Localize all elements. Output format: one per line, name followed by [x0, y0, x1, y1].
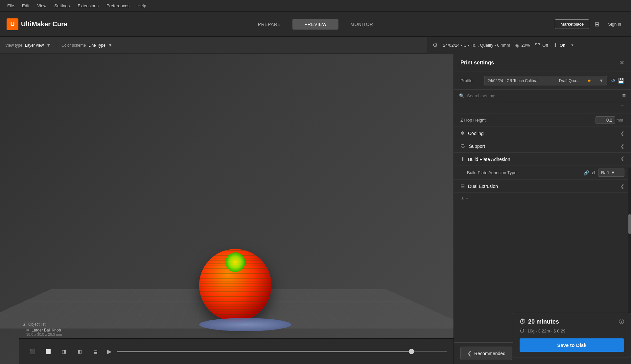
profile-row: Profile 24/02/24 - CR Touch Calibrat... …	[454, 72, 631, 90]
view-right-chevron[interactable]: ▼	[571, 43, 574, 47]
infill-stat: ◈ 20%	[515, 42, 530, 48]
color-scheme-dropdown[interactable]: ▼	[108, 43, 112, 48]
object-list-section: ▲ Object list ✏ Larger Ball Knob 30.0 x …	[22, 322, 62, 336]
profile-label: Profile	[460, 78, 480, 83]
view-type-value: Layer view	[25, 43, 44, 48]
menu-view[interactable]: View	[34, 2, 50, 10]
viewport[interactable]: ▲ Object list ✏ Larger Ball Knob 30.0 x …	[0, 54, 454, 364]
layer-slider[interactable]	[117, 351, 447, 352]
menu-settings[interactable]: Settings	[51, 2, 73, 10]
dual-extrusion-chevron-icon: ❮	[620, 184, 624, 189]
cooling-icon: ❄	[460, 130, 465, 136]
tab-monitor[interactable]: MONITOR	[339, 19, 385, 30]
close-button[interactable]: ✕	[619, 59, 624, 66]
layer-slider-thumb[interactable]	[409, 349, 414, 354]
settings-menu-icon[interactable]: ≡	[622, 92, 626, 99]
signin-button[interactable]: Sign in	[605, 20, 624, 29]
estimate-material: ⏱ 10g · 3.22m · $ 0.29	[520, 328, 624, 334]
settings-icon: ⚙	[432, 42, 438, 49]
profile-chevron-icon: ▼	[599, 78, 603, 83]
tab-preview[interactable]: PREVIEW	[292, 19, 339, 30]
logo-icon: U	[7, 18, 18, 30]
profile-save-icon[interactable]: 💾	[618, 78, 624, 84]
grid-icon[interactable]: ⊞	[593, 19, 601, 29]
build-plate-label: Build Plate Adhesion	[468, 157, 620, 162]
estimate-panel: ⏱ 20 minutes ⓘ ⏱ 10g · 3.22m · $ 0.29 Sa…	[513, 313, 631, 357]
left-view-btn[interactable]: ◨	[57, 345, 70, 358]
print-settings-title: Print settings	[460, 60, 494, 66]
app-title: UltiMaker Cura	[21, 20, 67, 28]
info-icon[interactable]: ⓘ	[619, 318, 624, 325]
cooling-chevron-icon: ❮	[620, 131, 624, 136]
search-icon: 🔍	[459, 93, 464, 98]
recommended-button[interactable]: ❮ Recommended	[460, 347, 512, 360]
play-button[interactable]: ▶	[107, 348, 112, 355]
profile-quality-text: Draft Qua...	[559, 79, 579, 83]
cooling-section-header[interactable]: ❄ Cooling ❮	[454, 127, 631, 140]
partial-bottom-row: ▲ ···	[454, 193, 631, 203]
download-stat: ⬇ On	[553, 42, 565, 48]
ball-sphere	[199, 249, 271, 321]
ball-model	[199, 249, 291, 331]
top-view-btn[interactable]: ⬓	[89, 345, 102, 358]
build-plate-type-value: Raft	[601, 170, 609, 175]
partial-setting-toggle: ⌒	[620, 105, 624, 111]
reset-icon[interactable]: ↺	[592, 170, 596, 175]
view-controls-bar: View type Layer view ▼ Color scheme Line…	[0, 37, 631, 54]
support-section-header[interactable]: 🛡 Support ❮	[454, 140, 631, 153]
3d-view-btn[interactable]: ⬛	[26, 345, 39, 358]
marketplace-button[interactable]: Marketplace	[555, 19, 589, 29]
search-bar: 🔍 ≡	[454, 90, 631, 102]
estimate-material-value: 10g · 3.22m · $ 0.29	[527, 329, 566, 333]
menu-file[interactable]: File	[4, 2, 17, 10]
z-hop-unit: mm	[617, 118, 624, 123]
menu-help[interactable]: Help	[134, 2, 150, 10]
build-plate-type-chevron: ▼	[611, 170, 615, 175]
recommended-label: Recommended	[474, 351, 505, 356]
search-input[interactable]	[467, 93, 619, 98]
build-plate-type-row: Build Plate Adhesion Type 🔗 ↺ Raft ▼	[454, 166, 631, 180]
tab-prepare[interactable]: PREPARE	[246, 19, 292, 30]
menu-bar: File Edit View Settings Extensions Prefe…	[0, 0, 631, 12]
object-name[interactable]: ✏ Larger Ball Knob	[26, 328, 62, 332]
menu-edit[interactable]: Edit	[19, 2, 33, 10]
build-plate-section-header[interactable]: ⬇ Build Plate Adhesion ❯	[454, 153, 631, 166]
z-hop-setting-row: Z Hop Height 0.2 mm	[454, 114, 631, 127]
save-to-disk-button[interactable]: Save to Disk	[520, 338, 624, 352]
support-icon: 🛡	[535, 42, 540, 48]
link-icon[interactable]: 🔗	[583, 170, 589, 175]
menu-extensions[interactable]: Extensions	[74, 2, 102, 10]
model-view-tools: ⬛ ⬜ ◨ ◧ ⬓	[26, 345, 102, 358]
infill-value: 20%	[521, 43, 530, 48]
support-label: Support	[469, 144, 620, 149]
profile-dropdown[interactable]: 24/02/24 - CR Touch Calibrat... - Draft …	[484, 76, 607, 85]
scrollbar[interactable]	[628, 168, 631, 323]
object-list-toggle[interactable]: ▲ Object list	[22, 322, 62, 327]
dual-extrusion-section-header[interactable]: ⊟ Dual Extrusion ❮	[454, 180, 631, 193]
z-hop-value[interactable]: 0.2	[596, 116, 615, 124]
build-plate-type-dropdown[interactable]: Raft ▼	[598, 169, 624, 177]
print-settings-header: Print settings ✕	[454, 54, 631, 72]
estimate-time-value: 20 minutes	[528, 318, 559, 325]
clock-icon: ⏱	[520, 318, 526, 325]
profile-actions: ↺ 💾	[611, 78, 624, 84]
color-scheme-label: Color scheme	[61, 43, 86, 48]
front-view-btn[interactable]: ⬜	[41, 345, 55, 358]
settings-scroll-area: ... ⌒ Z Hop Height 0.2 mm ❄ Cooling ❮ 🛡 …	[454, 102, 631, 342]
view-right: ⚙ 24/02/24 - CR To... Quality - 0.4mm ◈ …	[427, 37, 631, 54]
object-list-label: Object list	[28, 322, 46, 327]
scrollbar-thumb[interactable]	[628, 214, 631, 234]
back-icon: ❮	[467, 350, 472, 356]
right-view-btn[interactable]: ◧	[73, 345, 86, 358]
ball-raft	[199, 318, 291, 331]
material-icon: ⏱	[520, 328, 525, 334]
header-right: Marketplace ⊞ Sign in	[555, 19, 624, 29]
object-dims: 30.0 x 30.0 x 29.3 mm	[26, 332, 62, 336]
profile-refresh-icon[interactable]: ↺	[611, 78, 615, 84]
dual-extrusion-icon: ⊟	[460, 183, 465, 189]
menu-preferences[interactable]: Preferences	[103, 2, 133, 10]
layer-slider-fill	[117, 351, 414, 352]
estimate-time: ⏱ 20 minutes	[520, 318, 559, 325]
view-type-dropdown[interactable]: ▼	[46, 43, 51, 48]
support-chevron-icon: ❮	[620, 144, 624, 149]
